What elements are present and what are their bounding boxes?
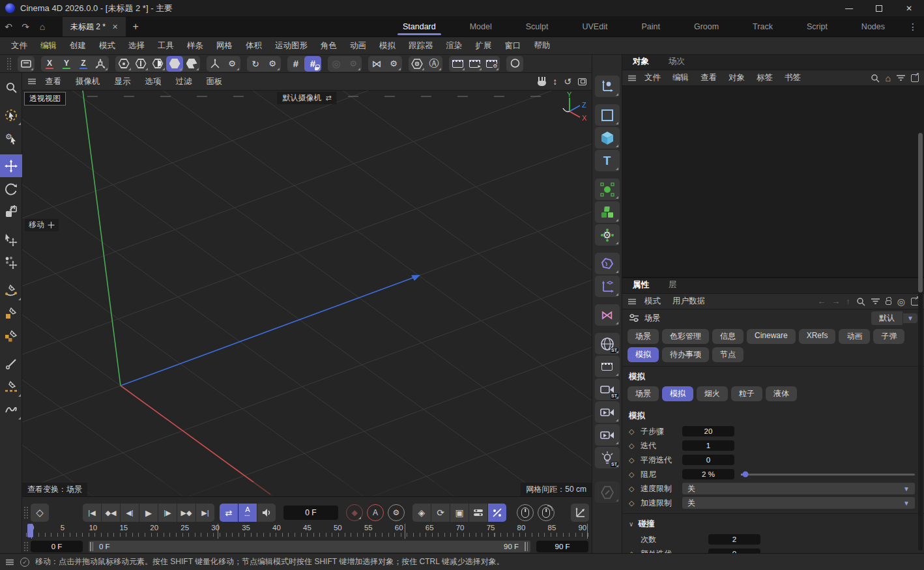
range-end-field[interactable]: 90 F [536, 541, 588, 552]
lock-y-axis-button[interactable]: Y [58, 56, 75, 72]
attr-hamburger-icon[interactable] [628, 298, 636, 304]
damping-input[interactable]: 2 % [682, 469, 734, 479]
layout-overflow-menu-icon[interactable]: ⋮ [902, 17, 924, 36]
autokey-button[interactable]: A [238, 504, 257, 522]
camera-swap-icon[interactable]: ⇄ [325, 94, 331, 102]
viewport-hamburger-icon[interactable] [28, 79, 36, 85]
lock-z-axis-button[interactable]: Z [75, 56, 92, 72]
substeps-input[interactable]: 20 [682, 426, 734, 436]
document-tab[interactable]: 未标题 2 * ✕ [63, 17, 126, 36]
tab-objects[interactable]: 对象 [631, 53, 650, 70]
render-picture-viewer-button[interactable]: ▸ [466, 56, 483, 72]
maximize-button[interactable] [864, 0, 894, 16]
attr-back-icon[interactable]: ← [817, 296, 826, 306]
axis-tool-button[interactable] [207, 56, 224, 72]
timeline-drag-handle[interactable] [23, 506, 28, 519]
menu-mograph[interactable]: 运动图形 [269, 38, 313, 53]
key-diamond-icon[interactable]: ◇ [629, 499, 641, 507]
attr-menu-userdata[interactable]: 用户数据 [669, 294, 709, 308]
om-menu-tags[interactable]: 标签 [753, 71, 777, 85]
tweak-selection-tool[interactable]: ⚙ [0, 126, 22, 149]
key-position-button[interactable]: ◈ [412, 504, 431, 522]
prev-frame-button[interactable]: ◀| [121, 504, 139, 522]
section-tab-todo[interactable]: 待办事项 [662, 347, 709, 362]
spline-smooth-tool[interactable] [0, 279, 22, 302]
status-hamburger-icon[interactable] [6, 559, 14, 565]
menu-render[interactable]: 渲染 [440, 38, 469, 53]
attr-menu-mode[interactable]: 模式 [641, 294, 665, 308]
menu-mode[interactable]: 模式 [93, 38, 121, 53]
view-label[interactable]: 透视视图 [24, 92, 66, 106]
live-selection-tool[interactable] [0, 104, 22, 126]
orbit-icon[interactable]: ↺ [564, 76, 571, 87]
undo-button[interactable]: ↶ [0, 17, 17, 36]
axis-null-button[interactable] [595, 276, 620, 297]
sim-mode-pyro[interactable]: 烟火 [697, 386, 728, 401]
symmetry-instance-button[interactable]: ⋈ [595, 304, 620, 326]
attribute-scrollbar[interactable] [918, 133, 923, 550]
layout-tab-track[interactable]: Track [736, 17, 790, 36]
selection-move-tool[interactable] [0, 228, 22, 251]
polygons-mode-button[interactable] [149, 56, 166, 72]
viewport-menu-options[interactable]: 选项 [139, 74, 167, 89]
attr-forward-icon[interactable]: → [831, 296, 840, 306]
interactive-render-region-button[interactable] [506, 56, 523, 72]
range-start-field[interactable]: 0 F [31, 541, 83, 552]
menu-window[interactable]: 窗口 [499, 38, 527, 53]
om-home-icon[interactable]: ⌂ [886, 73, 891, 83]
edges-mode-button[interactable] [132, 56, 149, 72]
model-mode-button[interactable] [166, 56, 183, 72]
document-tab-close-icon[interactable]: ✕ [112, 23, 118, 31]
symmetry-button[interactable]: ⋈ [368, 56, 385, 72]
om-search-icon[interactable] [871, 74, 880, 83]
workplane-settings-button[interactable]: ⚙ [264, 56, 281, 72]
layout-tab-groom[interactable]: Groom [677, 17, 736, 36]
section-tab-simulation[interactable]: 模拟 [628, 347, 659, 362]
sim-mode-liquid[interactable]: 液体 [766, 386, 797, 401]
layout-tab-sculpt[interactable]: Sculpt [509, 17, 566, 36]
iterations-input[interactable]: 1 [682, 440, 734, 451]
motext-button[interactable]: T [595, 150, 620, 171]
light-object-button[interactable]: ST [595, 447, 620, 468]
menu-file[interactable]: 文件 [5, 38, 33, 53]
section-tab-info[interactable]: 信息 [712, 329, 744, 344]
section-tab-animation[interactable]: 动画 [839, 329, 870, 344]
menu-extensions[interactable]: 扩展 [470, 38, 498, 53]
stage-object-button[interactable] [595, 356, 620, 377]
deformer-button[interactable] [595, 253, 620, 274]
attr-filter-icon[interactable] [871, 298, 880, 305]
preview-range-bar[interactable]: 0 F 90 F [89, 541, 530, 552]
loop-playback-button[interactable]: ⇄ [220, 504, 238, 522]
scrollbar-thumb[interactable] [918, 133, 923, 292]
attr-lock-icon[interactable] [886, 300, 891, 305]
menu-animate[interactable]: 动画 [344, 38, 372, 53]
viewport-menu-view[interactable]: 查看 [39, 74, 67, 89]
viewport-solo-button[interactable] [409, 56, 426, 72]
workplane-button[interactable]: ↻ [247, 56, 264, 72]
section-tab-nodes[interactable]: 节点 [712, 347, 744, 362]
om-menu-edit[interactable]: 编辑 [669, 71, 693, 85]
damping-slider[interactable] [741, 474, 915, 476]
snap-lock-button[interactable]: # [304, 56, 321, 72]
lock-x-axis-button[interactable]: X [41, 56, 58, 72]
key-parameters-button[interactable] [488, 504, 506, 522]
attr-up-icon[interactable]: ↑ [846, 296, 850, 306]
layout-tab-nodes[interactable]: Nodes [845, 17, 902, 36]
viewport-menu-filter[interactable]: 过滤 [170, 74, 198, 89]
attr-target-icon[interactable]: ◎ [897, 296, 905, 307]
panel-toggle-icon[interactable] [578, 78, 586, 85]
layout-tab-standard[interactable]: Standard [386, 17, 453, 36]
om-hamburger-icon[interactable] [628, 75, 636, 81]
velocity-limit-dropdown[interactable]: 关▼ [682, 483, 915, 494]
section-tab-color[interactable]: 色彩管理 [662, 329, 709, 344]
spline-primitive-button[interactable] [595, 104, 620, 126]
key-diamond-icon[interactable]: ◇ [629, 485, 641, 493]
effector-button[interactable]: ⚙ [595, 224, 620, 246]
playhead[interactable] [27, 524, 33, 537]
layout-tab-uvedit[interactable]: UVEdit [566, 17, 625, 36]
menu-tools[interactable]: 工具 [152, 38, 180, 53]
points-mode-button[interactable] [115, 56, 132, 72]
next-frame-button[interactable]: |▶ [158, 504, 177, 522]
menu-mesh[interactable]: 网格 [210, 38, 238, 53]
preset-dropdown[interactable]: 默认 ▼ [871, 311, 917, 325]
